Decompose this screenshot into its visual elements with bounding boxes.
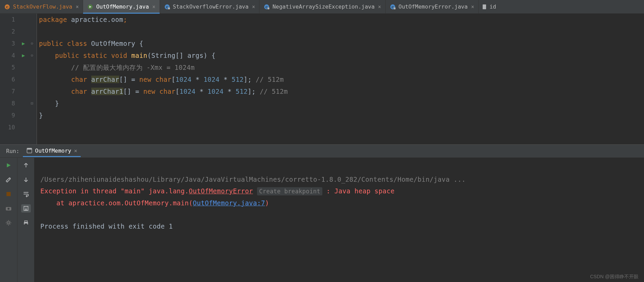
svg-text:C: C [391, 5, 394, 9]
java-file-icon: C [4, 4, 10, 10]
tab-stackoverflow[interactable]: C StackOverFlow.java × [0, 0, 83, 13]
camera-button[interactable] [4, 204, 13, 213]
code-editor[interactable]: 12345678910 ▶▶ ⊖⊖⊟ package apractice.oom… [0, 14, 644, 144]
settings-button[interactable] [4, 219, 13, 227]
source-link[interactable]: OutOfMemory.java:7 [193, 199, 265, 207]
rerun-button[interactable] [4, 161, 13, 169]
application-icon [26, 148, 32, 154]
run-gutter: ▶▶ [20, 14, 30, 144]
run-tool-window: Run: OutOfMemory × /Users/zhiheniunaides… [0, 144, 644, 282]
console-command: /Users/zhiheniunaideshashou/Library/Java… [40, 176, 466, 183]
svg-rect-5 [168, 7, 170, 9]
create-breakpoint-hint[interactable]: Create breakpoint [257, 187, 322, 195]
tab-label: OutOfMemoryError.java [399, 3, 468, 10]
tab-label: StackOverflowError.java [173, 3, 249, 10]
scroll-down-button[interactable] [21, 176, 31, 184]
svg-rect-15 [6, 192, 11, 196]
watermark: CSDN @困得睁不开眼 [590, 274, 639, 280]
run-label: Run: [6, 148, 19, 154]
tab-label: NegativeArraySizeException.java [272, 3, 375, 10]
scroll-to-end-button[interactable] [21, 204, 31, 213]
svg-rect-8 [268, 7, 269, 9]
stacktrace-line: at apractice.oom.OutOfMemory.main(OutOfM… [40, 199, 269, 207]
soft-wrap-button[interactable] [21, 190, 31, 198]
svg-text:C: C [166, 5, 168, 9]
close-icon[interactable]: × [251, 4, 256, 10]
run-toolbar-left [0, 158, 17, 282]
line-numbers: 12345678910 [0, 14, 20, 144]
svg-point-17 [8, 208, 10, 210]
scroll-up-button[interactable] [21, 161, 31, 169]
java-locked-icon: C [164, 4, 170, 10]
close-icon[interactable]: × [470, 4, 475, 10]
svg-rect-21 [25, 223, 27, 225]
file-icon [482, 4, 487, 10]
run-config-name: OutOfMemory [35, 148, 71, 154]
java-locked-icon: C [390, 4, 396, 10]
svg-rect-20 [25, 221, 27, 222]
fix-button[interactable] [4, 176, 13, 184]
exit-line: Process finished with exit code 1 [40, 222, 173, 230]
svg-rect-12 [483, 4, 486, 9]
svg-rect-14 [27, 148, 32, 150]
tab-label: OutOfMemory.java [96, 3, 149, 10]
run-toolbar-console [17, 158, 34, 282]
java-runnable-icon [87, 4, 93, 10]
console-output[interactable]: /Users/zhiheniunaideshashou/Library/Java… [34, 158, 644, 282]
editor-tabs: C StackOverFlow.java × OutOfMemory.java … [0, 0, 644, 14]
svg-point-18 [8, 222, 10, 224]
print-button[interactable] [21, 219, 31, 227]
tab-partial[interactable]: id [479, 0, 496, 13]
fold-gutter: ⊖⊖⊟ [30, 14, 37, 144]
tab-outofmemory[interactable]: OutOfMemory.java × [83, 0, 160, 13]
close-icon[interactable]: × [377, 4, 382, 10]
run-config-tab[interactable]: OutOfMemory × [23, 145, 81, 157]
close-icon[interactable]: × [74, 148, 78, 154]
code-area[interactable]: package apractice.oom; public class OutO… [37, 14, 644, 144]
svg-text:C: C [266, 5, 268, 9]
run-header: Run: OutOfMemory × [0, 145, 644, 158]
exception-class-link[interactable]: OutOfMemoryError [189, 187, 253, 195]
svg-text:C: C [6, 5, 8, 9]
svg-rect-11 [394, 7, 395, 9]
java-locked-icon: C [264, 4, 270, 10]
tab-label: StackOverFlow.java [13, 3, 72, 10]
tab-stackoverflowerror[interactable]: C StackOverflowError.java × [160, 0, 260, 13]
close-icon[interactable]: × [152, 4, 156, 10]
stop-button[interactable] [4, 190, 13, 198]
tab-outofmemoryerror[interactable]: C OutOfMemoryError.java × [386, 0, 479, 13]
exception-line: Exception in thread "main" java.lang.Out… [40, 187, 253, 195]
tab-negativearraysize[interactable]: C NegativeArraySizeException.java × [259, 0, 386, 13]
close-icon[interactable]: × [75, 4, 79, 10]
